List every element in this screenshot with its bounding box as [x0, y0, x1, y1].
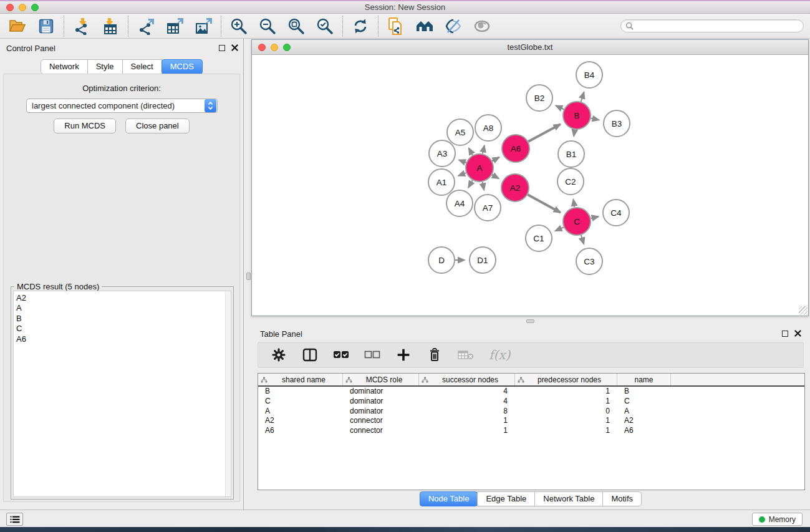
node-A2[interactable]: A2: [501, 174, 529, 201]
zoom-out-icon[interactable]: [258, 16, 277, 36]
cell-predecessor-nodes[interactable]: 1: [515, 426, 617, 436]
mcds-result-list[interactable]: A2ABCA6: [13, 291, 231, 497]
column-header-successor-nodes[interactable]: successor nodes: [419, 374, 515, 385]
node-B2[interactable]: B2: [526, 85, 552, 111]
open-file-icon[interactable]: [7, 16, 27, 36]
edge-B-B1[interactable]: [574, 130, 575, 137]
tab-node-table[interactable]: Node Table: [420, 491, 478, 506]
cell-successor-nodes[interactable]: 8: [419, 407, 515, 417]
network-graph[interactable]: B4B2BB3A8A5A6A3B1AC2A1A2A4A7C4CC1C3DD1: [252, 55, 808, 316]
cell-MCDS-role[interactable]: connector: [343, 416, 419, 426]
show-all-icon[interactable]: [472, 16, 492, 36]
node-A[interactable]: A: [466, 154, 493, 181]
cell-successor-nodes[interactable]: 1: [419, 426, 515, 436]
maximize-window-icon[interactable]: [31, 4, 39, 11]
result-list-item[interactable]: B: [16, 314, 231, 324]
edge-A-A2[interactable]: [492, 175, 499, 178]
network-close-icon[interactable]: [258, 44, 266, 51]
edge-A2-C[interactable]: [528, 195, 560, 213]
search-input[interactable]: [634, 22, 799, 31]
table-row[interactable]: A2connector11A2: [258, 416, 804, 426]
zoom-selected-icon[interactable]: [315, 16, 335, 36]
delete-column-icon[interactable]: [427, 347, 443, 363]
save-session-icon[interactable]: [36, 16, 56, 36]
cell-shared-name[interactable]: C: [258, 397, 343, 407]
edge-A-A4[interactable]: [468, 180, 473, 188]
task-history-button[interactable]: [6, 513, 23, 526]
node-A5[interactable]: A5: [447, 119, 473, 145]
cell-predecessor-nodes[interactable]: 1: [515, 416, 617, 426]
float-table-panel-icon[interactable]: [782, 331, 788, 337]
result-list-item[interactable]: A6: [16, 334, 231, 344]
edge-A-A3[interactable]: [459, 160, 466, 162]
cell-successor-nodes[interactable]: 4: [419, 397, 515, 407]
edge-C-C2[interactable]: [573, 200, 574, 208]
cell-name[interactable]: A2: [617, 416, 671, 426]
node-B1[interactable]: B1: [558, 141, 584, 167]
cell-name[interactable]: B: [617, 387, 671, 397]
edge-C-C3[interactable]: [581, 235, 584, 244]
cell-MCDS-role[interactable]: dominator: [343, 387, 419, 397]
edge-A-A5[interactable]: [469, 148, 473, 155]
refresh-view-icon[interactable]: [350, 16, 370, 36]
node-A6[interactable]: A6: [502, 135, 529, 162]
node-table[interactable]: shared nameMCDS rolesuccessor nodesprede…: [258, 373, 805, 490]
import-network-icon[interactable]: [72, 16, 92, 36]
export-image-icon[interactable]: [193, 16, 213, 36]
tab-select[interactable]: Select: [122, 59, 162, 74]
edge-A6-B[interactable]: [528, 124, 560, 142]
deselect-all-columns-icon[interactable]: [364, 347, 380, 363]
result-list-item[interactable]: A: [16, 303, 231, 313]
node-D[interactable]: D: [428, 247, 455, 273]
import-table-icon[interactable]: [100, 16, 120, 36]
node-B3[interactable]: B3: [604, 110, 630, 137]
node-B4[interactable]: B4: [576, 62, 602, 88]
node-C1[interactable]: C1: [526, 225, 552, 251]
node-C[interactable]: C: [563, 208, 591, 235]
network-minimize-icon[interactable]: [271, 44, 278, 51]
tab-mcds[interactable]: MCDS: [162, 59, 203, 74]
add-column-icon[interactable]: [395, 347, 412, 363]
cell-name[interactable]: A: [617, 407, 671, 417]
hide-selection-icon[interactable]: [443, 16, 463, 36]
edge-A-A6[interactable]: [492, 157, 499, 161]
node-A4[interactable]: A4: [446, 190, 473, 216]
float-panel-icon[interactable]: [219, 45, 225, 51]
minimize-window-icon[interactable]: [19, 4, 26, 11]
cell-predecessor-nodes[interactable]: 1: [515, 397, 617, 407]
cell-MCDS-role[interactable]: dominator: [343, 397, 419, 407]
column-header-name[interactable]: name: [617, 374, 671, 385]
edge-B-B3[interactable]: [591, 118, 599, 120]
node-B[interactable]: B: [563, 102, 591, 129]
select-all-columns-icon[interactable]: [333, 347, 349, 363]
node-D1[interactable]: D1: [470, 247, 496, 273]
table-settings-icon[interactable]: [271, 347, 287, 363]
node-C4[interactable]: C4: [603, 200, 629, 226]
memory-button[interactable]: Memory: [752, 513, 803, 526]
column-header-shared-name[interactable]: shared name: [258, 374, 343, 385]
export-table-icon[interactable]: [165, 16, 185, 36]
cell-predecessor-nodes[interactable]: 1: [515, 387, 617, 397]
node-C2[interactable]: C2: [557, 168, 584, 195]
close-panel-button[interactable]: Close panel: [125, 118, 190, 133]
result-list-scrollbar[interactable]: [225, 291, 231, 496]
left-splitter-grip[interactable]: [246, 273, 251, 280]
cell-shared-name[interactable]: B: [258, 387, 343, 397]
tab-network-table[interactable]: Network Table: [534, 491, 603, 506]
table-row[interactable]: Adominator80A: [258, 407, 804, 417]
cell-shared-name[interactable]: A6: [258, 426, 343, 436]
tab-motifs[interactable]: Motifs: [602, 491, 642, 506]
edge-B-B2[interactable]: [556, 105, 564, 109]
table-row[interactable]: Bdominator41B: [258, 387, 804, 397]
network-canvas[interactable]: B4B2BB3A8A5A6A3B1AC2A1A2A4A7C4CC1C3DD1: [252, 55, 808, 316]
cell-shared-name[interactable]: A: [258, 407, 343, 417]
global-search-field[interactable]: [620, 19, 804, 32]
close-panel-icon[interactable]: [231, 44, 238, 51]
split-view-icon[interactable]: [302, 347, 318, 363]
cell-MCDS-role[interactable]: connector: [343, 426, 419, 436]
horizontal-splitter-grip[interactable]: [526, 319, 534, 323]
node-C3[interactable]: C3: [576, 248, 602, 274]
run-mcds-button[interactable]: Run MCDS: [54, 118, 116, 133]
edge-A-A7[interactable]: [483, 182, 485, 190]
first-neighbors-icon[interactable]: [415, 16, 435, 36]
